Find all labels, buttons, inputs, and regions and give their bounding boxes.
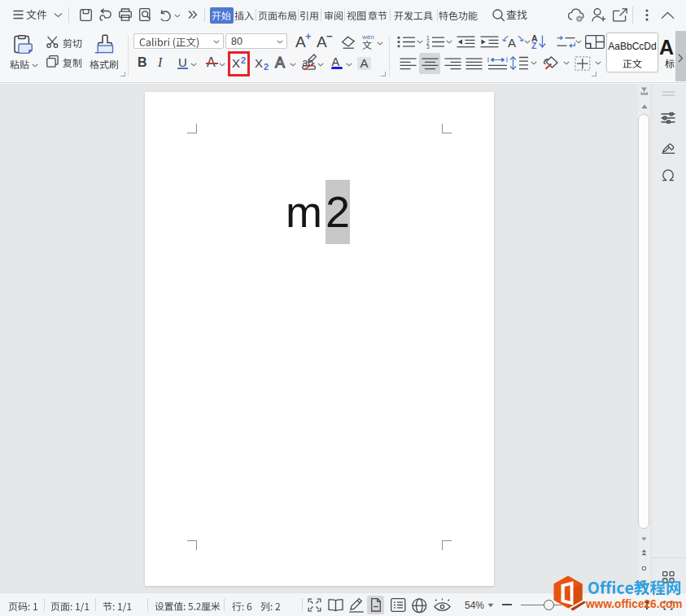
svg-text:3: 3 — [426, 44, 430, 49]
